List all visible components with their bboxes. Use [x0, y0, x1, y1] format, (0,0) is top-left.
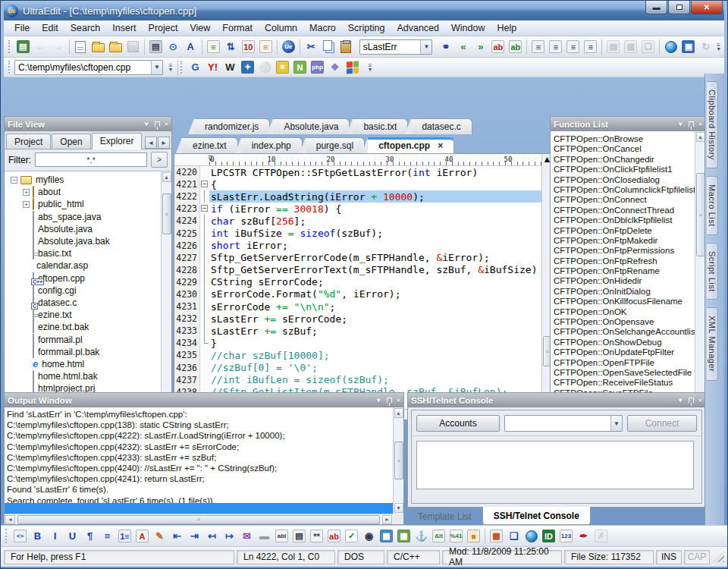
output-lines[interactable]: Find 'sLastErr' in 'C:\temp\myfiles\cfto…	[5, 407, 393, 514]
browser-view-icon[interactable]: ▣	[679, 39, 697, 55]
side-tab-xml-manager[interactable]: XML Manager	[707, 307, 718, 380]
editor-tab-ezine-txt[interactable]: ezine.txt	[181, 137, 238, 153]
function-list-item[interactable]: CFTPOpen::OnOpensave	[554, 317, 705, 327]
tile-vertical-icon[interactable]: ▥	[622, 39, 639, 55]
html-entity-icon[interactable]: &lt	[430, 528, 447, 545]
tree-item[interactable]: ezine.txt.bak	[5, 321, 171, 333]
scroll-thumb[interactable]: ≡	[17, 515, 380, 524]
password-field-icon[interactable]: **	[308, 528, 325, 545]
filter-go-button[interactable]: >	[151, 152, 168, 168]
function-list-item[interactable]: CFTPOpen::OnFtpRename	[554, 266, 705, 276]
italic-icon[interactable]: I	[46, 528, 64, 545]
code-line[interactable]: 4221−{	[174, 178, 541, 190]
status-line-ending[interactable]: DOS	[337, 550, 384, 564]
function-list-item[interactable]: CFTPOpen::OnClosedialog	[554, 175, 705, 185]
function-list-item[interactable]: CFTPOpen::OnSelchangeAccountlist	[554, 327, 705, 337]
spell-check-icon[interactable]: ab	[325, 528, 343, 545]
template-list-icon[interactable]: ≡	[205, 39, 222, 55]
find-icon[interactable]: ⚭	[437, 39, 454, 55]
scroll-down-icon[interactable]: ▼	[394, 503, 403, 513]
scroll-up-icon[interactable]: ▲	[696, 132, 705, 142]
align-right-icon[interactable]: ≡	[564, 39, 582, 55]
status-insert-mode[interactable]: INS	[656, 550, 682, 564]
output-line[interactable]: C:\temp\myfiles\cftopen.cpp(4233): sLast…	[7, 453, 393, 464]
numbered-list-icon[interactable]: 1≡	[116, 528, 133, 545]
code-line[interactable]: 4223−if (iError == 30018) {	[174, 203, 541, 215]
menu-search[interactable]: Search	[64, 21, 107, 35]
save-icon[interactable]	[124, 39, 142, 55]
bottom-tab-template-list[interactable]: Template List	[407, 508, 482, 525]
checkbox-icon[interactable]: ✓	[343, 528, 360, 545]
code-line[interactable]: 4229CString sErrorCode;	[174, 276, 541, 288]
bullet-list-icon[interactable]: ≡	[99, 528, 116, 545]
expand-icon[interactable]: +	[23, 189, 30, 196]
function-list-item[interactable]: CFTPOpen::OnKillfocusFilename	[554, 297, 705, 307]
copy-rows-icon[interactable]: ❏	[505, 528, 522, 545]
hand-site-icon[interactable]: ✶	[274, 59, 291, 76]
split-window-icon[interactable]: ▤	[604, 39, 622, 55]
side-tab-macro-list[interactable]: Macro List	[707, 176, 718, 235]
menu-window[interactable]: Window	[445, 21, 491, 35]
menu-help[interactable]: Help	[491, 21, 522, 35]
function-list-item[interactable]: CFTPOpen::OnDblclkFtpfilelist	[554, 215, 705, 225]
menu-insert[interactable]: Insert	[106, 21, 142, 35]
scroll-thumb[interactable]: ≡	[162, 193, 171, 234]
code-line[interactable]: 4231sErrorCode += "\n\n";	[174, 300, 541, 313]
yahoo-icon[interactable]: Y!	[204, 59, 221, 76]
tree-item[interactable]: formmail.pl.bak	[5, 346, 171, 358]
menu-project[interactable]: Project	[143, 21, 184, 35]
radio-button-icon[interactable]: ◉	[360, 528, 378, 545]
file-path-combo[interactable]: C:\temp\myfiles\cftopen.cpp ▼	[14, 60, 163, 75]
fold-collapse-icon[interactable]: −	[200, 178, 209, 190]
chevron-down-icon[interactable]: ▼	[610, 416, 622, 431]
signature-icon[interactable]: ✒	[575, 528, 592, 545]
back-icon[interactable]: ←	[32, 39, 49, 55]
file-view-tab-project[interactable]: Project	[6, 134, 51, 149]
menu-macro[interactable]: Macro	[303, 21, 342, 35]
connect-button[interactable]: Connect	[627, 415, 697, 432]
code-line[interactable]: 4225int iBufSize = sizeof(szBuf);	[174, 227, 541, 239]
sort-icon[interactable]: ⇅	[222, 39, 240, 55]
align-left-icon[interactable]: ≡	[529, 39, 547, 55]
code-line[interactable]: 4230sErrorCode.Format("%d", iError);	[174, 288, 541, 300]
fold-collapse-icon[interactable]: −	[200, 203, 209, 215]
function-list-item[interactable]: CFTPOpen::OpenSaveSelectedFile	[554, 368, 705, 378]
browser-globe-icon[interactable]	[662, 39, 679, 55]
hex-mode-icon[interactable]: 10	[240, 39, 257, 55]
clear-formatting-icon[interactable]: ✗	[592, 528, 610, 545]
expand-icon[interactable]: +	[23, 201, 30, 208]
editor-tab-purge-sql[interactable]: purge.sql	[305, 137, 365, 153]
code-line[interactable]: 4232sLastErr += sErrorCode;	[174, 313, 541, 325]
function-list-item[interactable]: CFTPOpen::OnConnectThread	[554, 206, 705, 215]
font-icon[interactable]: A	[182, 39, 199, 55]
tree-item[interactable]: C++cftopen.cpp	[5, 272, 171, 284]
replace-icon[interactable]: ab	[489, 39, 507, 55]
highlight-icon[interactable]: ✎	[151, 528, 168, 545]
console-screen[interactable]	[416, 441, 694, 489]
align-center-icon[interactable]: ≡	[547, 39, 564, 55]
tree-item[interactable]: +about	[5, 186, 171, 198]
tree-item[interactable]: formmail.pl	[5, 333, 171, 345]
code-line[interactable]: 4233sLastErr += szBuf;	[174, 325, 541, 337]
close-icon[interactable]: ×	[698, 397, 702, 404]
function-list-item[interactable]: CFTPOpen::OnFtpPermissions	[554, 246, 705, 256]
outdent-text-icon[interactable]: ↤	[203, 528, 221, 545]
font-color-icon[interactable]: A	[133, 528, 151, 545]
panel-menu-icon[interactable]: ▼	[677, 121, 684, 128]
panel-menu-icon[interactable]: ▼	[375, 397, 382, 404]
toolbar-overflow-button[interactable]: ≡▾	[366, 64, 375, 71]
indent-decrease-icon[interactable]: ⇤	[168, 528, 186, 545]
file-view-tab-explorer[interactable]: Explorer	[92, 133, 143, 149]
menu-format[interactable]: Format	[216, 21, 259, 35]
number-convert-icon[interactable]: 123	[557, 528, 575, 545]
output-line[interactable]: C:\temp\myfiles\cftopen.cpp(4240): //sLa…	[7, 464, 393, 474]
search-string-combo[interactable]: sLastErr ▼	[359, 39, 433, 55]
function-list-item[interactable]: CFTPOpen::OnClickFtpfilelist1	[554, 165, 705, 174]
code-line[interactable]: 4226short iError;	[174, 240, 541, 252]
tree-item[interactable]: abs_space.java	[5, 211, 171, 223]
editor-tab-randomizer-js[interactable]: randomizer.js	[193, 118, 270, 134]
function-list-item[interactable]: CFTPOpen::OnChangedir	[554, 155, 705, 165]
function-list-item[interactable]: CFTPOpen::OnFtpMakedir	[554, 236, 705, 246]
find-next-icon[interactable]: »	[472, 39, 489, 55]
code-line[interactable]: 4237//int iBufLen = sizeof(szBuf);	[174, 374, 541, 386]
